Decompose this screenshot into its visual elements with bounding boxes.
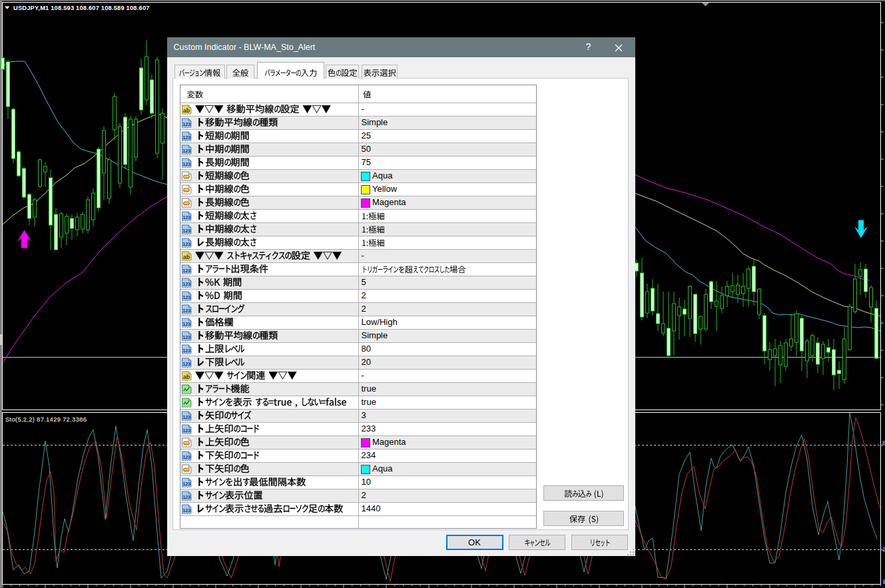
svg-text:80: 80: [882, 439, 885, 446]
svg-text:Sto(5,2,2) 87.1429 72.3386: Sto(5,2,2) 87.1429 72.3386: [5, 416, 87, 423]
svg-text:USDJPY,M1 108.593 108.607 108: USDJPY,M1 108.593 108.607 108.589 108.60…: [13, 5, 150, 11]
svg-text:20: 20: [882, 545, 885, 553]
